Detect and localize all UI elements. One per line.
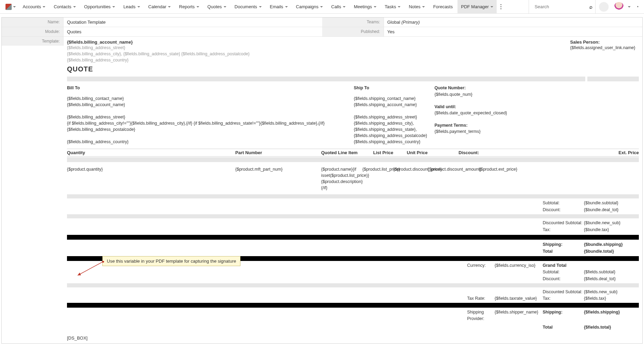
nav-forecasts[interactable]: Forecasts [430, 0, 456, 14]
col-discount: Discount: [428, 150, 479, 155]
g-discount-label: Discount: [543, 276, 584, 282]
taxrate-value: {$fields.taxrate_value} [495, 295, 543, 301]
user-avatar[interactable] [614, 2, 624, 12]
ship-contact: {$fields.shipping_contact_name} [354, 95, 434, 102]
row-template: Template: {$fields.billing_account_name}… [2, 37, 642, 343]
chevron-down-icon [422, 6, 425, 8]
ship-postal: {$fields.shipping_address_postalcode} [354, 133, 434, 139]
record-panel: Name: Quotation Template Teams: Global (… [1, 17, 643, 344]
g-dsub-label: Discounted Subtotal: [543, 289, 584, 295]
chevron-down-icon [43, 6, 45, 8]
subtotal-value: {$bundle.subtotal} [584, 200, 639, 206]
quote-number-label: Quote Number: [434, 85, 639, 91]
label-module: Module: [2, 27, 64, 36]
row-module-published: Module: Quotes Published: Yes [2, 27, 642, 37]
divider-bold [67, 303, 639, 308]
ship-provider-value: {$fields.shipper_name} [495, 309, 543, 321]
nav-emails[interactable]: Emails [267, 0, 291, 14]
nav-opportunities[interactable]: Opportunities [81, 0, 118, 14]
bill-to-section: Bill To {$fields.billing_contact_name} {… [67, 85, 354, 145]
row-name-teams: Name: Quotation Template Teams: Global (… [2, 18, 642, 27]
shipping-value: {$bundle.shipping} [584, 241, 639, 248]
ds-box-text: [DS_BOX] [67, 335, 88, 341]
search-input[interactable] [532, 2, 587, 12]
chevron-down-icon [224, 6, 226, 8]
cell-ext: {$product.ext_price} [479, 166, 639, 191]
chevron-down-icon [137, 6, 140, 8]
taxrate-label: Tax Rate: [467, 295, 495, 301]
nav-quotes[interactable]: Quotes [204, 0, 230, 14]
divider [67, 214, 639, 218]
currency-label: Currency: [467, 262, 495, 269]
nav-contacts[interactable]: Contacts [50, 0, 79, 14]
col-quantity: Quantity [67, 150, 235, 155]
bill-citystate: {if $fields.billing_address_city!=""}{$f… [67, 120, 354, 133]
help-icon[interactable]: • [635, 4, 641, 9]
app-logo[interactable] [3, 4, 18, 10]
nav-calendar[interactable]: Calendar [145, 0, 174, 14]
nav-meetings[interactable]: Meetings [350, 0, 380, 14]
nav-reports[interactable]: Reports [176, 0, 203, 14]
line-items-table: Quantity Part Number Quoted Line Item Li… [67, 149, 639, 192]
nav-calls[interactable]: Calls [328, 0, 349, 14]
ship-state: {$fields.shipping_address_state}, [354, 126, 434, 133]
search-icon[interactable]: ⌕ [589, 4, 592, 10]
grand-total-label: Grand Total [543, 262, 584, 269]
shipping-label: Shipping: [543, 241, 584, 248]
divider [67, 157, 639, 162]
currency-value: {$fields.currency_iso} [495, 262, 543, 269]
cell-disc: {$product.discount_amount} [428, 166, 479, 191]
nav-campaigns[interactable]: Campaigns [293, 0, 327, 14]
tmpl-country: {$fields.billing_address_country} [67, 57, 250, 63]
tax-label: Tax: [543, 227, 584, 233]
cube-icon [5, 4, 12, 10]
value-published: Yes [384, 27, 643, 36]
chevron-down-icon [168, 6, 171, 8]
value-name: Quotation Template [64, 18, 322, 27]
template-body: {$fields.billing_account_name} {$fields.… [64, 37, 642, 343]
chevron-down-icon [73, 6, 76, 8]
col-unit-price: Unit Price [393, 150, 428, 155]
overflow-menu[interactable] [498, 4, 504, 9]
valid-until-value: {$fields.date_quote_expected_closed} [434, 110, 639, 116]
divider-bold [67, 235, 639, 240]
chevron-down-icon [490, 6, 493, 8]
label-published: Published: [322, 27, 384, 36]
g-subtotal-value: {$fields.subtotal} [584, 269, 639, 275]
bill-street: {$fields.billing_address_street} [67, 114, 354, 120]
label-teams: Teams: [322, 18, 384, 27]
chevron-down-icon [320, 6, 323, 8]
signature-variable: [DS_BOX] [67, 335, 639, 341]
total-value: {$bundle.total} [584, 248, 639, 254]
nav-leads[interactable]: Leads [120, 0, 143, 14]
nav-accounts[interactable]: Accounts [19, 0, 49, 14]
tax-value: {$bundle.tax} [584, 227, 639, 233]
top-nav: Accounts Contacts Opportunities Leads Ca… [0, 0, 644, 14]
cell-qty: {$product.quantity} [67, 166, 235, 191]
nav-pdf-manager[interactable]: PDF Manager [457, 0, 497, 14]
discount-value: {$bundle.deal_tot} [584, 207, 639, 213]
g-total-value: {$fields.total} [584, 324, 639, 330]
notifications-avatar[interactable] [599, 2, 609, 12]
ship-city: {$fields.shipping_address_city}, [354, 120, 434, 126]
chevron-down-icon[interactable] [628, 6, 631, 8]
subtotal-label: Subtotal: [543, 200, 584, 206]
bill-country: {$fields.billing_address_country} [67, 139, 354, 145]
g-tax-value: {$fields.tax} [584, 295, 639, 301]
ship-country: {$fields.shipping_address_country} [354, 139, 434, 145]
chevron-down-icon [259, 6, 262, 8]
tmpl-street: {$fields.billing_address_street} [67, 45, 250, 51]
quote-meta-section: Quote Number: {$fields.quote_num} Valid … [434, 85, 639, 145]
chevron-down-icon [13, 6, 16, 8]
divider [67, 283, 639, 287]
g-subtotal-label: Subtotal: [543, 269, 584, 275]
col-qli: Quoted Line Item [321, 150, 362, 155]
nav-notes[interactable]: Notes [405, 0, 428, 14]
g-shipping-value: {$fields.shipping} [584, 309, 639, 321]
nav-documents[interactable]: Documents [231, 0, 265, 14]
discount-label: Discount: [543, 207, 584, 213]
annotation-tooltip: Use this variable in your PDF template f… [102, 256, 240, 266]
chevron-down-icon [374, 6, 376, 8]
nav-tasks[interactable]: Tasks [381, 0, 404, 14]
g-shipping-label: Shipping: [543, 309, 584, 321]
